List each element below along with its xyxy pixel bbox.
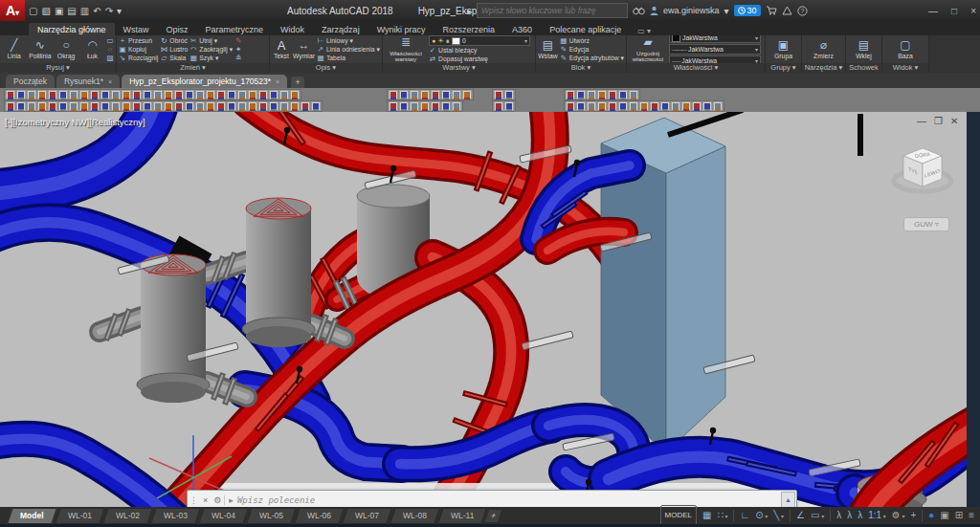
tool-zaokraglij[interactable]: ◠Zaokrąglij ▾	[189, 46, 233, 54]
toolbar-icon[interactable]	[174, 101, 184, 111]
toolbar-icon[interactable]	[58, 90, 68, 99]
layout-tab-wl-01[interactable]: WL-01	[55, 508, 105, 524]
toolbar-icon[interactable]	[248, 101, 257, 111]
vp-close-icon[interactable]: ✕	[950, 116, 958, 126]
panel-label-blok[interactable]: Blok ▾	[536, 63, 626, 73]
strainer-2[interactable]	[242, 198, 315, 347]
ribbon-tab-opisz[interactable]: Opisz	[158, 23, 197, 35]
toolbar-icon[interactable]	[566, 101, 575, 111]
layout-tab-wl-11[interactable]: WL-11	[437, 508, 487, 524]
toolbar-icon[interactable]	[227, 90, 236, 99]
tool-liniowy[interactable]: ⊢Liniowy ▾	[317, 37, 380, 45]
open-file-icon[interactable]: ▧	[41, 6, 50, 16]
toolbar-icon[interactable]	[258, 90, 268, 99]
toolbar-icon[interactable]	[122, 90, 131, 99]
tool-utnij[interactable]: ✂Utnij ▾	[189, 37, 233, 45]
toolbar-icon[interactable]	[132, 101, 142, 111]
toolbar-icon[interactable]	[111, 90, 121, 99]
ribbon-tab-rozszerzenia[interactable]: Rozszerzenia	[434, 23, 504, 35]
toolbar-icon[interactable]	[69, 90, 78, 99]
toolbar-icon[interactable]	[37, 90, 47, 99]
erase-icon[interactable]: ✎	[234, 37, 242, 45]
toolbar-icon[interactable]	[452, 90, 461, 99]
tool-rozciagnij[interactable]: ↘Rozciągnij	[119, 55, 158, 62]
command-grip-icon[interactable]: ⋮	[188, 495, 200, 505]
ribbon-tab-a360[interactable]: A360	[503, 23, 541, 35]
tool-obroc[interactable]: ↻Obróć	[160, 37, 188, 45]
tool-tabela[interactable]: ▦Tabela	[317, 55, 380, 62]
command-close-icon[interactable]: ×	[200, 495, 211, 505]
maximize-icon[interactable]: □	[951, 6, 957, 16]
panel-label-wlasciwosci[interactable]: Właściwości ▾	[627, 63, 765, 73]
toolbar-icon[interactable]	[206, 101, 215, 111]
toolbar-icon[interactable]	[702, 101, 712, 111]
toolbar-icon[interactable]	[164, 90, 173, 99]
file-tab-rysunek1-[interactable]: Rysunek1*×	[56, 75, 120, 88]
tool-wymiar[interactable]: ↔Wymiar	[293, 39, 315, 60]
tool-przesun[interactable]: +Przesuń	[119, 37, 158, 45]
toolbar-icon[interactable]	[143, 101, 152, 111]
dynamic-input-icon[interactable]: ▭ ▾	[811, 507, 824, 525]
lineweight-combo[interactable]: ———JakWarstwa▾	[669, 44, 761, 55]
ribbon-tab-narzędzia-główne[interactable]: Narzędzia główne	[29, 23, 115, 35]
color-combo[interactable]: JakWarstwa▾	[669, 35, 761, 43]
toolbar-icon[interactable]	[629, 90, 638, 99]
viewport-controls-label[interactable]: [-][Izometryczny NW][Realistyczny]	[5, 117, 145, 127]
new-layout-button[interactable]: +	[485, 510, 501, 522]
toolbar-icon[interactable]	[452, 101, 461, 111]
ribbon-tab-polecane-aplikacje[interactable]: Polecane aplikacje	[541, 23, 630, 35]
toolbar-icon[interactable]	[216, 101, 226, 111]
viewcube[interactable]: GÓRA TYŁ LEWO	[888, 139, 957, 213]
toolbar-icon[interactable]	[431, 101, 440, 111]
clean-screen-icon[interactable]: ⊞	[955, 507, 963, 524]
toolbar-icon[interactable]	[237, 101, 247, 111]
signed-in-user[interactable]: ewa.giniewska	[663, 6, 720, 15]
toolbar-icon[interactable]	[441, 101, 451, 111]
toolbar-icon[interactable]	[420, 101, 430, 111]
toolbar-icon[interactable]	[185, 101, 194, 111]
tray-plus-icon[interactable]: +	[910, 507, 916, 524]
layout-tab-wl-05[interactable]: WL-05	[246, 508, 297, 524]
toolbar-icon[interactable]	[6, 90, 15, 99]
toolbar-icon[interactable]	[216, 90, 226, 99]
toolbar-icon[interactable]	[566, 90, 575, 99]
toolbar-icon[interactable]	[576, 90, 586, 99]
toolbar-icon[interactable]	[660, 101, 670, 111]
ucs-selector-button[interactable]: GUW ▿	[903, 217, 949, 231]
command-input[interactable]: Wpisz polecenie	[237, 495, 781, 505]
graphics-performance-icon[interactable]: ●	[928, 507, 934, 524]
toolbar-icon[interactable]	[279, 90, 289, 99]
ribbon-display-toggle-icon[interactable]: ▭ ▾	[637, 27, 651, 35]
cart-icon[interactable]	[766, 6, 777, 15]
ribbon-tab-widok[interactable]: Widok	[272, 23, 313, 35]
customization-icon[interactable]: ≡	[969, 507, 974, 524]
toolbar-icon[interactable]	[290, 101, 300, 111]
toolbar-icon[interactable]	[608, 90, 617, 99]
toolbar-icon[interactable]	[692, 101, 702, 111]
strainer-1[interactable]	[137, 254, 210, 403]
panel-label-opis[interactable]: Opis ▾	[270, 63, 382, 73]
snap-icon[interactable]: ∷ ▾	[717, 507, 727, 525]
panel-label-grupy[interactable]: Grupy ▾	[766, 63, 801, 73]
save-icon[interactable]: ▣	[55, 6, 63, 16]
toolbar-icon[interactable]	[111, 101, 121, 111]
black-pipe-diagonal[interactable]	[668, 112, 743, 135]
toolbar-icon[interactable]	[311, 101, 321, 111]
ribbon-tab-wstaw[interactable]: Wstaw	[115, 23, 158, 35]
close-tab-icon[interactable]: ×	[108, 78, 112, 85]
toolbar-icon[interactable]	[713, 101, 723, 111]
model-viewport[interactable]: [-][Izometryczny NW][Realistyczny] — ❐ ✕…	[0, 112, 980, 507]
toolbar-icon[interactable]	[639, 101, 649, 111]
user-menu-arrow-icon[interactable]: ▾	[724, 6, 729, 16]
tool-tekst[interactable]: ATekst	[272, 39, 291, 60]
toolbar-icon[interactable]	[399, 90, 409, 99]
isolate-objects-icon[interactable]: ▣	[940, 507, 948, 524]
tool-edycja-atrybutow[interactable]: ✎Edycja atrybutów ▾	[560, 55, 624, 62]
toolbar-icon[interactable]	[122, 101, 131, 111]
toolbar-icon[interactable]	[399, 101, 409, 111]
tool-lustro[interactable]: ⋈Lustro	[160, 46, 188, 54]
app-menu-button[interactable]: A▾	[0, 0, 25, 21]
tool-wlasciwosci-warstwy[interactable]: ≣ Właściwości warstwy	[385, 36, 427, 62]
toolbar-icon[interactable]	[164, 101, 173, 111]
toolbar-icon[interactable]	[269, 101, 278, 111]
